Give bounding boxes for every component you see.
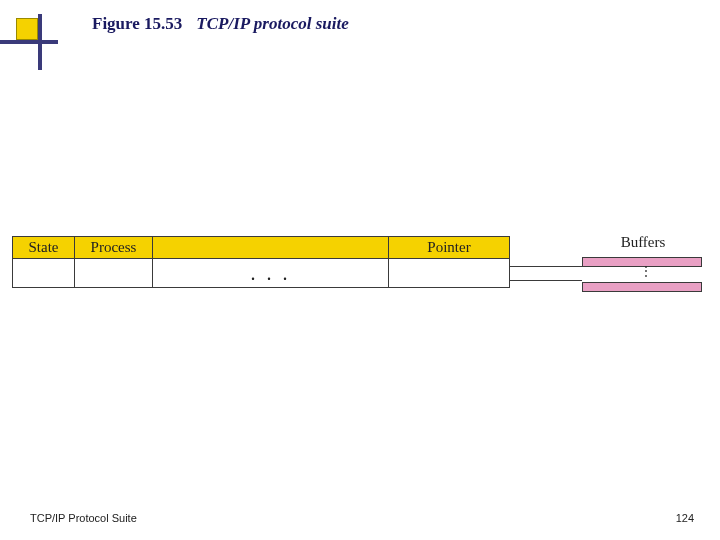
hdr-state: State bbox=[13, 237, 74, 259]
buffers-vdots-icon: ⋮ bbox=[640, 269, 652, 274]
hdr-process: Process bbox=[75, 237, 152, 259]
col-process: Process bbox=[75, 237, 153, 287]
footer-source: TCP/IP Protocol Suite bbox=[30, 512, 137, 524]
body-process bbox=[75, 259, 152, 287]
figure-title: TCP/IP protocol suite bbox=[196, 14, 348, 34]
body-state bbox=[13, 259, 74, 287]
hdr-gap bbox=[153, 237, 388, 259]
pointer-line-bottom bbox=[510, 280, 582, 281]
body-pointer bbox=[389, 259, 509, 287]
buffers-label: Buffers bbox=[588, 234, 698, 251]
col-gap: . . . bbox=[153, 237, 389, 287]
col-pointer: Pointer bbox=[389, 237, 509, 287]
figure-number: Figure 15.53 bbox=[92, 14, 182, 34]
body-gap: . . . bbox=[153, 259, 388, 287]
slide-bullet-decoration bbox=[16, 18, 60, 62]
diagram: State Process . . . Pointer Buffers ⋮ bbox=[12, 236, 708, 324]
hdr-pointer: Pointer bbox=[389, 237, 509, 259]
figure-heading: Figure 15.53 TCP/IP protocol suite bbox=[92, 14, 349, 34]
page-number: 124 bbox=[676, 512, 694, 524]
buffer-bar-bottom bbox=[582, 282, 702, 292]
tcb-table: State Process . . . Pointer bbox=[12, 236, 510, 288]
pointer-line-top bbox=[510, 266, 582, 267]
col-state: State bbox=[13, 237, 75, 287]
